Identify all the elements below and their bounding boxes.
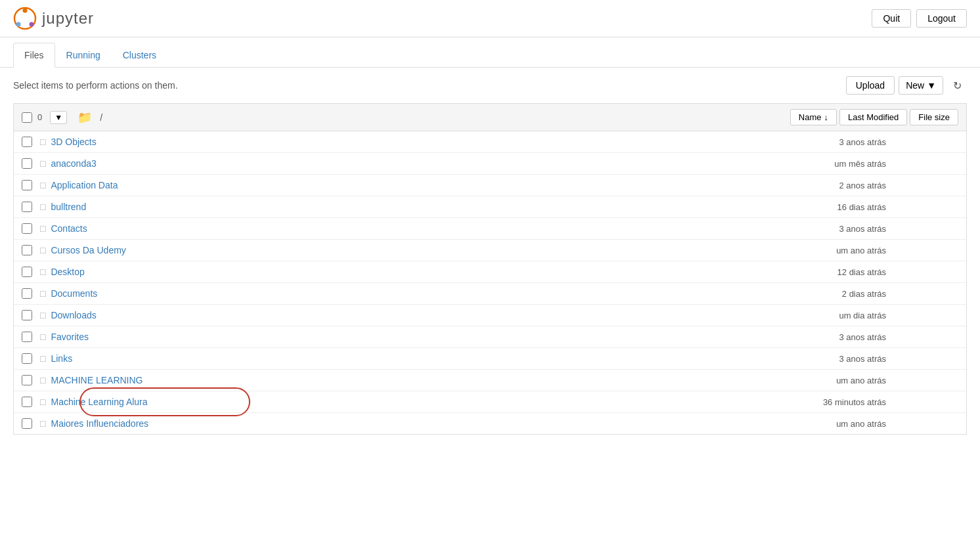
file-list-container: 0 ▼ 📁 / Name ↓ Last Modified File size □…: [13, 103, 967, 435]
file-name-link[interactable]: Contacts: [51, 223, 761, 234]
tab-files[interactable]: Files: [13, 43, 55, 68]
folder-icon: □: [40, 332, 45, 342]
table-row: □ Favorites 3 anos atrás: [14, 326, 966, 348]
tabs-bar: Files Running Clusters: [0, 43, 980, 68]
upload-button[interactable]: Upload: [846, 76, 895, 95]
toolbar: Select items to perform actions on them.…: [0, 68, 980, 103]
file-name-link[interactable]: Machine Learning Alura: [51, 397, 761, 407]
table-row: □ Downloads um dia atrás: [14, 305, 966, 326]
col-sort-arrow: ↓: [824, 112, 828, 122]
table-row: □ Desktop 12 dias atrás: [14, 261, 966, 283]
select-all-checkbox[interactable]: [22, 112, 32, 123]
row-checkbox[interactable]: [22, 288, 32, 299]
file-modified: 12 dias atrás: [761, 267, 893, 277]
folder-icon: □: [40, 267, 45, 277]
row-checkbox[interactable]: [22, 202, 32, 212]
file-name-link[interactable]: Desktop: [51, 267, 761, 277]
file-modified: um dia atrás: [761, 311, 893, 320]
table-row: □ MACHINE LEARNING um ano atrás: [14, 370, 966, 391]
folder-icon: □: [40, 418, 45, 429]
row-checkbox[interactable]: [22, 267, 32, 277]
file-modified: um ano atrás: [761, 419, 893, 429]
file-modified: 2 anos atrás: [761, 181, 893, 190]
jupyter-logo-icon: [13, 7, 37, 30]
table-row: □ Cursos Da Udemy um ano atrás: [14, 240, 966, 261]
col-last-modified-button[interactable]: Last Modified: [839, 109, 907, 125]
header-buttons: Quit Logout: [872, 9, 967, 28]
table-row: □ anaconda3 um mês atrás: [14, 153, 966, 175]
row-checkbox[interactable]: [22, 397, 32, 407]
file-modified: 3 anos atrás: [761, 224, 893, 234]
file-name-link[interactable]: Maiores Influenciadores: [51, 418, 761, 429]
refresh-button[interactable]: ↻: [947, 76, 967, 95]
tab-clusters[interactable]: Clusters: [112, 43, 167, 68]
tab-running[interactable]: Running: [55, 43, 112, 68]
table-row: □ Machine Learning Alura 36 minutos atrá…: [14, 391, 966, 413]
new-dropdown-arrow: ▼: [927, 80, 936, 91]
file-name-link[interactable]: anaconda3: [51, 158, 761, 169]
table-row: □ Documents 2 dias atrás: [14, 283, 966, 305]
file-modified: 36 minutos atrás: [761, 397, 893, 407]
file-name-link[interactable]: Cursos Da Udemy: [51, 245, 761, 255]
row-checkbox[interactable]: [22, 375, 32, 385]
quit-button[interactable]: Quit: [872, 9, 911, 28]
table-row: □ 3D Objects 3 anos atrás: [14, 131, 966, 153]
file-modified: 3 anos atrás: [761, 137, 893, 147]
column-headers: Name ↓ Last Modified File size: [790, 109, 958, 125]
row-checkbox[interactable]: [22, 310, 32, 320]
logo-text: jupyter: [42, 9, 94, 28]
new-button-label: New: [906, 80, 924, 91]
row-checkbox[interactable]: [22, 158, 32, 169]
col-name-button[interactable]: Name ↓: [790, 109, 837, 125]
count-dropdown-button[interactable]: ▼: [50, 111, 67, 124]
selected-count: 0: [37, 112, 42, 122]
folder-icon: □: [40, 375, 45, 385]
file-name-link[interactable]: bulltrend: [51, 202, 761, 212]
file-name-link[interactable]: Documents: [51, 288, 761, 299]
file-name-link[interactable]: Downloads: [51, 310, 761, 320]
row-checkbox[interactable]: [22, 180, 32, 190]
folder-icon: □: [40, 202, 45, 212]
file-name-link[interactable]: Links: [51, 353, 761, 364]
row-checkbox[interactable]: [22, 223, 32, 234]
file-rows: □ 3D Objects 3 anos atrás □ anaconda3 um…: [14, 131, 966, 434]
select-hint: Select items to perform actions on them.: [13, 80, 178, 91]
file-list-header: 0 ▼ 📁 / Name ↓ Last Modified File size: [14, 104, 966, 131]
table-row: □ Application Data 2 anos atrás: [14, 175, 966, 196]
toolbar-right: Upload New ▼ ↻: [846, 76, 967, 95]
folder-icon: □: [40, 223, 45, 234]
table-row: □ Maiores Influenciadores um ano atrás: [14, 413, 966, 434]
folder-icon: □: [40, 310, 45, 320]
folder-icon: □: [40, 288, 45, 299]
file-modified: 2 dias atrás: [761, 289, 893, 299]
file-modified: um ano atrás: [761, 376, 893, 385]
folder-icon: □: [40, 180, 45, 190]
breadcrumb-slash: /: [100, 112, 102, 123]
file-name-link[interactable]: MACHINE LEARNING: [51, 375, 761, 385]
folder-icon: □: [40, 397, 45, 407]
row-checkbox[interactable]: [22, 245, 32, 255]
table-row: □ Contacts 3 anos atrás: [14, 218, 966, 240]
row-checkbox[interactable]: [22, 137, 32, 147]
folder-icon: □: [40, 245, 45, 255]
new-button[interactable]: New ▼: [899, 76, 943, 95]
app-header: jupyter Quit Logout: [0, 0, 980, 37]
file-name-link[interactable]: 3D Objects: [51, 137, 761, 147]
file-modified: um mês atrás: [761, 159, 893, 169]
file-name-link[interactable]: Favorites: [51, 332, 761, 342]
row-checkbox[interactable]: [22, 332, 32, 342]
col-file-size-button[interactable]: File size: [910, 109, 958, 125]
folder-icon: □: [40, 353, 45, 364]
svg-point-1: [23, 9, 28, 13]
folder-breadcrumb-icon: 📁: [78, 110, 92, 125]
svg-point-3: [16, 22, 21, 27]
logout-button[interactable]: Logout: [916, 9, 967, 28]
logo: jupyter: [13, 7, 94, 30]
col-name-label: Name: [799, 112, 822, 122]
file-name-link[interactable]: Application Data: [51, 180, 761, 190]
folder-icon: □: [40, 137, 45, 147]
table-row: □ bulltrend 16 dias atrás: [14, 196, 966, 218]
row-checkbox[interactable]: [22, 418, 32, 429]
svg-point-2: [30, 22, 34, 27]
row-checkbox[interactable]: [22, 353, 32, 364]
